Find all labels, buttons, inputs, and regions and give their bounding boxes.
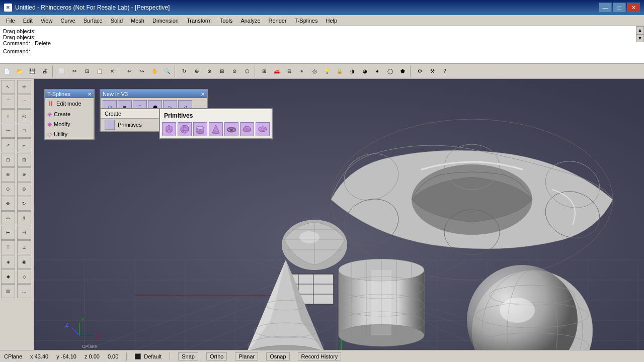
save-button[interactable]: 💾 — [26, 65, 38, 77]
tool7[interactable]: ⊟ — [283, 65, 295, 77]
lock-button[interactable]: 🔒 — [334, 65, 346, 77]
scroll-down-button[interactable]: ▼ — [636, 34, 644, 42]
scroll-up-button[interactable]: ▲ — [636, 26, 644, 34]
tool11[interactable]: ◑ — [346, 65, 358, 77]
zoom-button[interactable]: 🔍 — [161, 65, 173, 77]
tsplines-utility[interactable]: ◇ Utility — [45, 129, 94, 139]
close-button[interactable]: ✕ — [627, 3, 640, 13]
prim-cylinder[interactable] — [193, 122, 207, 136]
options-button[interactable]: ⚒ — [426, 65, 438, 77]
lt-tool4[interactable]: ⊞ — [17, 153, 31, 167]
menu-help[interactable]: Help — [321, 15, 341, 26]
viewport[interactable]: Perspective — [34, 79, 644, 350]
lt-tool2[interactable]: ⌐ — [17, 138, 31, 152]
select-button[interactable]: ⬜ — [56, 65, 68, 77]
prim-sphere[interactable] — [178, 122, 192, 136]
prim-shape[interactable] — [256, 122, 270, 136]
lt-obj1[interactable]: ◈ — [1, 255, 15, 269]
lt-tool8[interactable]: ⊛ — [17, 182, 31, 196]
menu-render[interactable]: Render — [265, 15, 291, 26]
lt-curve2[interactable]: ◜ — [17, 95, 31, 109]
lt-move[interactable]: ✥ — [1, 197, 15, 211]
menu-view[interactable]: View — [37, 15, 57, 26]
new-button[interactable]: 📄 — [1, 65, 13, 77]
lt-extra1[interactable]: ⊠ — [1, 284, 15, 298]
snap-button[interactable]: Snap — [178, 352, 198, 360]
minimize-button[interactable]: — — [599, 3, 612, 13]
tsplines-modify[interactable]: ◆ Modify — [45, 119, 94, 129]
menu-tools[interactable]: Tools — [216, 15, 237, 26]
settings-button[interactable]: ⚙ — [414, 65, 426, 77]
tool12[interactable]: ◕ — [359, 65, 371, 77]
menu-curve[interactable]: Curve — [56, 15, 79, 26]
pan-button[interactable]: ✋ — [148, 65, 160, 77]
tool15[interactable]: ⬟ — [396, 65, 409, 77]
lt-snap2[interactable]: ⊣ — [17, 226, 31, 240]
lt-arrow[interactable]: ↗ — [1, 138, 15, 152]
lt-freeform[interactable]: 〜 — [1, 124, 15, 138]
lt-tool6[interactable]: ⊗ — [17, 167, 31, 182]
tsplines-close[interactable]: ✕ — [88, 92, 92, 97]
lt-scale[interactable]: ⇔ — [1, 211, 15, 225]
tool8[interactable]: ⌖ — [296, 65, 308, 77]
record-button[interactable]: Record History — [298, 352, 342, 360]
lt-circle2[interactable]: ◎ — [17, 109, 31, 123]
tool5[interactable]: ⬡ — [241, 65, 253, 77]
create-item-primitives[interactable]: Primitives — [101, 119, 159, 131]
lt-cross[interactable]: ✛ — [17, 80, 31, 94]
open-button[interactable]: 📂 — [14, 65, 26, 77]
paste-button[interactable]: 📋 — [94, 65, 106, 77]
newv3-header[interactable]: New in V3 ✕ — [101, 90, 207, 98]
tsplines-editmode[interactable]: ⏸ Edit mode — [45, 98, 94, 109]
tool1[interactable]: ⊕ — [191, 65, 203, 77]
tool4[interactable]: ⊙ — [228, 65, 240, 77]
ortho-button[interactable]: Ortho — [206, 352, 227, 360]
menu-dimension[interactable]: Dimension — [148, 15, 183, 26]
menu-edit[interactable]: Edit — [19, 15, 37, 26]
tool14[interactable]: ◯ — [384, 65, 396, 77]
maximize-button[interactable]: □ — [613, 3, 626, 13]
newv3-close[interactable]: ✕ — [201, 92, 205, 97]
lt-curve1[interactable]: ⌒ — [1, 95, 15, 109]
tool9[interactable]: ◎ — [308, 65, 320, 77]
menu-file[interactable]: File — [2, 15, 19, 26]
lt-obj4[interactable]: ◇ — [17, 269, 31, 284]
lt-snap1[interactable]: ⊢ — [1, 226, 15, 240]
prim-cone[interactable] — [209, 122, 223, 136]
print-button[interactable]: 🖨 — [39, 65, 51, 77]
rotate-button[interactable]: ↻ — [178, 65, 190, 77]
lt-obj3[interactable]: ◆ — [1, 269, 15, 284]
menu-mesh[interactable]: Mesh — [127, 15, 148, 26]
menu-tsplines[interactable]: T-Splines — [291, 15, 322, 26]
lt-mirror[interactable]: ⇕ — [17, 211, 31, 225]
menu-analyze[interactable]: Analyze — [236, 15, 264, 26]
lt-tool7[interactable]: ⊙ — [1, 182, 15, 196]
lt-tool3[interactable]: ⊡ — [1, 153, 15, 167]
lt-tool5[interactable]: ⊕ — [1, 167, 15, 182]
cut-button[interactable]: ✂ — [68, 65, 80, 77]
prim-box[interactable] — [162, 122, 176, 136]
lt-obj2[interactable]: ◉ — [17, 255, 31, 269]
lt-rotate2[interactable]: ↻ — [17, 197, 31, 211]
lt-pointer[interactable]: ↖ — [1, 80, 15, 94]
grid-button[interactable]: ⊞ — [258, 65, 270, 77]
lt-dim2[interactable]: ⊥ — [17, 240, 31, 254]
tsplines-create[interactable]: ◈ Create — [45, 109, 94, 119]
prim-torus[interactable] — [224, 122, 238, 136]
menu-surface[interactable]: Surface — [79, 15, 107, 26]
delete-button[interactable]: ✕ — [106, 65, 118, 77]
tool2[interactable]: ⊗ — [203, 65, 215, 77]
tool6[interactable]: 🚗 — [271, 65, 283, 77]
copy-button[interactable]: ⊡ — [81, 65, 93, 77]
menu-transform[interactable]: Transform — [183, 15, 216, 26]
lt-rect[interactable]: □ — [17, 124, 31, 138]
redo-button[interactable]: ↪ — [136, 65, 148, 77]
lt-extra2[interactable]: … — [17, 284, 31, 298]
menu-solid[interactable]: Solid — [107, 15, 127, 26]
undo-button[interactable]: ↩ — [123, 65, 135, 77]
tsplines-header[interactable]: T-Splines ✕ — [45, 90, 94, 98]
prim-halfball[interactable] — [240, 122, 254, 136]
command-input[interactable] — [32, 48, 183, 54]
tool3[interactable]: ⊞ — [216, 65, 228, 77]
tool13[interactable]: ● — [371, 65, 383, 77]
